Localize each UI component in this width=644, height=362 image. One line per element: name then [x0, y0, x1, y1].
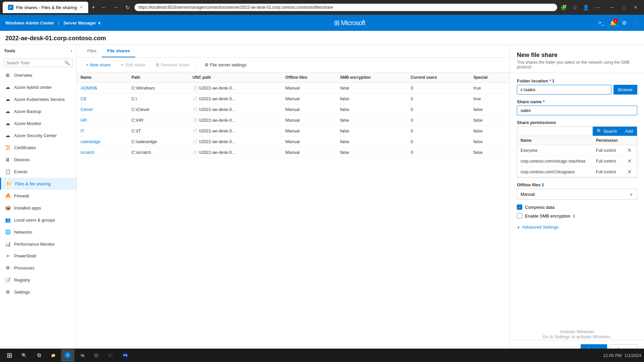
close-button[interactable]: ✕ — [630, 4, 641, 11]
sidebar-collapse-icon[interactable]: ‹ — [71, 48, 72, 53]
sidebar-item-azure-hybrid[interactable]: ☁ Azure hybrid center — [0, 81, 76, 93]
taskbar-app-store[interactable]: 🛍 — [76, 349, 89, 361]
unc-icon: 📄 — [193, 139, 198, 144]
networks-icon: 🌐 — [5, 229, 11, 235]
user-profile-button[interactable]: 👤 — [581, 3, 591, 12]
share-name-link[interactable]: IT — [80, 128, 85, 133]
sidebar-item-label: Azure Kubernetes Service — [14, 97, 65, 102]
sidebar-item-label: Azure hybrid center — [14, 85, 52, 90]
compress-data-checkbox[interactable]: ✓ — [517, 204, 522, 210]
taskbar-task-view[interactable]: ⧉ — [32, 350, 46, 361]
taskbar-app-cmd[interactable]: >_ — [104, 349, 117, 361]
permissions-search-input[interactable] — [517, 127, 593, 136]
settings-button[interactable]: ⚙ — [622, 20, 627, 26]
folder-location-input[interactable] — [517, 85, 611, 95]
notification-badge: 1 — [613, 18, 618, 23]
browser-tab[interactable]: F File shares - Files & file sharing ✕ — [3, 2, 88, 13]
taskbar-search-button[interactable]: 🔍 — [17, 350, 31, 361]
sidebar-item-registry[interactable]: 📝 Registry — [0, 274, 76, 286]
enable-smb-checkbox[interactable] — [517, 213, 522, 219]
taskbar-app-powershell[interactable]: PS — [119, 349, 132, 361]
taskbar-start-button[interactable]: ⊞ — [3, 350, 16, 361]
share-name-input[interactable] — [517, 106, 637, 115]
search-permission-button[interactable]: 🔍 Search — [593, 127, 621, 136]
address-bar[interactable]: https://localhost:6516/servermanager/con… — [135, 4, 557, 11]
notifications-button[interactable]: 🔔 1 — [610, 20, 616, 26]
forward-button[interactable]: → — [111, 3, 121, 12]
sidebar-item-devices[interactable]: 🖥 Devices — [0, 154, 76, 166]
share-name-link[interactable]: C$ — [80, 96, 86, 101]
maximize-button[interactable]: □ — [619, 4, 629, 11]
taskbar: ⊞ 🔍 ⧉ 📁 e 🛍 ⬛ >_ PS 12:00 PM 1/1/2024 — [0, 349, 644, 362]
taskbar-app-file-manager[interactable]: 📁 — [47, 349, 60, 361]
share-name-link[interactable]: Clevel — [80, 107, 93, 112]
edit-share-button[interactable]: ✏ Edit share — [117, 60, 150, 69]
sidebar-item-firewall[interactable]: 🔥 Firewall — [0, 190, 76, 202]
perm-col-name: Name — [517, 136, 593, 145]
more-button[interactable]: ⋯ — [593, 3, 601, 12]
sidebar-item-settings[interactable]: ⚙ Settings — [0, 286, 76, 298]
remove-permission-button[interactable]: ✕ — [626, 169, 633, 175]
remove-permission-button[interactable]: ✕ — [626, 147, 633, 154]
sidebar-item-azure-security[interactable]: ☁ Azure Security Center — [0, 129, 76, 141]
sidebar-item-azure-kubernetes[interactable]: ☁ Azure Kubernetes Service — [0, 93, 76, 105]
refresh-button[interactable]: ↻ — [123, 3, 132, 12]
cell-smb-encryption: false — [336, 104, 407, 115]
server-manager-link[interactable]: Server Manager ∨ — [63, 20, 101, 25]
sidebar-item-networks[interactable]: 🌐 Networks — [0, 226, 76, 238]
sidebar-item-files-sharing[interactable]: 📁 Files & file sharing — [0, 178, 76, 190]
remove-share-label: Remove share — [161, 62, 190, 67]
share-name-label: Share name * — [517, 99, 637, 104]
extensions-button[interactable]: 🧩 — [559, 3, 569, 12]
share-name-link[interactable]: HR — [80, 118, 87, 123]
sidebar-item-installed-apps[interactable]: 📦 Installed apps — [0, 202, 76, 214]
offline-files-select[interactable]: Manual None All — [517, 189, 626, 199]
remove-share-button[interactable]: 🗑 Remove share — [151, 60, 194, 69]
cell-unc-path: 📄 \\2022-ae-desk-0... — [189, 136, 281, 147]
file-server-settings-button[interactable]: ⚙ File server settings — [201, 60, 251, 69]
sidebar-item-local-users[interactable]: 👥 Local users & groups — [0, 214, 76, 226]
terminal-button[interactable]: >_ — [598, 20, 604, 26]
sidebar-item-performance-monitor[interactable]: 📊 Performance Monitor — [0, 238, 76, 250]
sidebar-item-processes[interactable]: ⚙ Processes — [0, 262, 76, 274]
share-name-group: Share name * — [517, 99, 637, 115]
folder-location-info-icon[interactable]: ℹ — [552, 78, 554, 83]
sidebar-item-certificates[interactable]: 📜 Certificates — [0, 141, 76, 154]
share-name-link[interactable]: scratch — [80, 150, 95, 155]
browse-button[interactable]: Browse — [613, 85, 637, 95]
add-permission-button[interactable]: Add — [621, 127, 637, 136]
tab-files[interactable]: Files — [82, 45, 102, 57]
taskbar-app-terminal[interactable]: ⬛ — [90, 349, 103, 361]
sidebar-item-events[interactable]: 📋 Events — [0, 166, 76, 178]
new-share-button[interactable]: + New share — [82, 60, 115, 69]
minimize-button[interactable]: — — [606, 4, 618, 11]
top-nav: Windows Admin Center | Server Manager ∨ … — [0, 15, 644, 31]
remove-permission-button[interactable]: ✕ — [626, 158, 633, 164]
panel-body: Folder location * ℹ Browse Share name * — [510, 73, 644, 340]
cell-path: C:\scratch — [127, 147, 189, 158]
offline-files-label: Offline files ℹ — [517, 182, 637, 187]
smb-info-icon[interactable]: ℹ — [573, 214, 575, 219]
tab-file-shares[interactable]: File shares — [102, 45, 135, 57]
sidebar-item-azure-backup[interactable]: ☁ Azure Backup — [0, 105, 76, 117]
offline-files-info-icon[interactable]: ℹ — [542, 182, 544, 187]
user-button[interactable]: 👤 — [632, 20, 639, 26]
sidebar-item-overview[interactable]: ⊞ Overview — [0, 69, 76, 81]
share-name-link[interactable]: ADMIN$ — [80, 85, 97, 90]
sidebar-item-powershell[interactable]: > PowerShell — [0, 250, 76, 262]
tab-close-icon[interactable]: ✕ — [79, 5, 83, 10]
unc-icon: 📄 — [193, 150, 198, 155]
new-share-icon: + — [86, 62, 89, 67]
sidebar-item-azure-monitor[interactable]: ☁ Azure Monitor — [0, 117, 76, 129]
advanced-settings-section[interactable]: ∨ Advanced Settings — [517, 222, 637, 232]
search-input[interactable] — [6, 61, 62, 65]
col-unc-path: UNC path — [189, 72, 281, 83]
table-row: HR C:\HR 📄 \\2022-ae-desk-0... Manual fa… — [76, 115, 510, 126]
cell-path: C:\Clevel — [127, 104, 189, 115]
favorites-button[interactable]: ☆ — [571, 3, 579, 12]
back-button[interactable]: ← — [99, 3, 109, 12]
cell-special: true — [469, 94, 510, 104]
share-name-link[interactable]: salesedge — [80, 139, 100, 144]
new-tab-button[interactable]: + — [90, 3, 97, 12]
taskbar-app-edge[interactable]: e — [61, 349, 74, 361]
